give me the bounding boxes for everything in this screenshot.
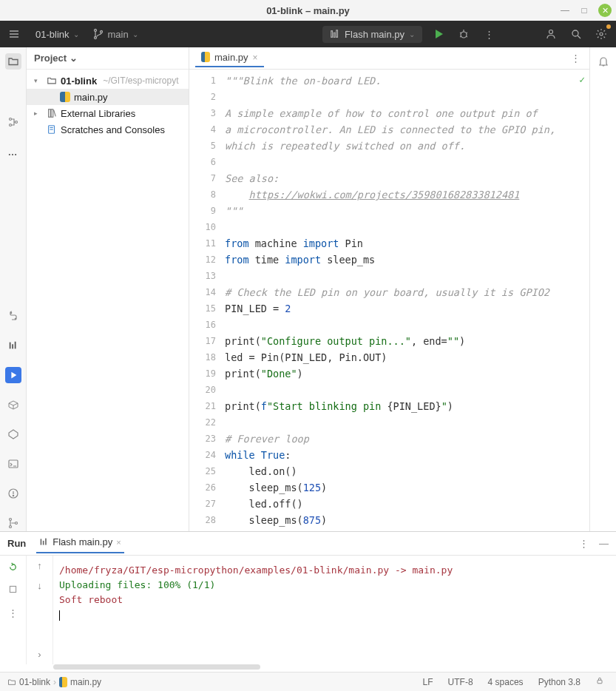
code-line[interactable]: 11from machine import Pin — [189, 235, 589, 252]
line-content[interactable]: from machine import Pin — [225, 235, 589, 252]
stop-icon[interactable] — [7, 582, 20, 596]
tree-file-item[interactable]: main.py — [27, 89, 189, 105]
run-button[interactable] — [430, 25, 447, 43]
line-content[interactable] — [225, 414, 589, 431]
inspection-ok-icon[interactable]: ✓ — [579, 74, 585, 85]
encoding-indicator[interactable]: UTF-8 — [444, 677, 478, 687]
expand-panel-icon[interactable]: › — [38, 649, 41, 660]
line-content[interactable]: sleep_ms(875) — [225, 512, 589, 528]
code-line[interactable]: 16 — [189, 317, 589, 333]
code-line[interactable]: 3A simple example of how to control one … — [189, 105, 589, 121]
line-content[interactable] — [225, 219, 589, 235]
line-content[interactable]: led.off() — [225, 496, 589, 512]
code-line[interactable]: 2 — [189, 89, 589, 105]
code-line[interactable]: 20 — [189, 382, 589, 398]
code-line[interactable]: 1"""Blink the on-board LED. — [189, 73, 589, 89]
line-content[interactable] — [225, 382, 589, 398]
settings-icon[interactable] — [592, 25, 610, 43]
run-more-dots-icon[interactable]: ⋮ — [5, 604, 21, 621]
line-ending-indicator[interactable]: LF — [419, 677, 438, 687]
code-line[interactable]: 17print("Configure output pin...", end="… — [189, 333, 589, 349]
code-line[interactable]: 19print("Done") — [189, 365, 589, 382]
line-content[interactable]: print("Configure output pin...", end="") — [225, 333, 589, 349]
project-selector[interactable]: 01-blink ⌄ — [30, 27, 85, 42]
code-editor[interactable]: ✓ 1"""Blink the on-board LED.23A simple … — [189, 70, 589, 531]
hamburger-menu-icon[interactable] — [6, 26, 22, 42]
readonly-lock-icon[interactable] — [591, 676, 609, 687]
code-line[interactable]: 15PIN_LED = 2 — [189, 300, 589, 317]
line-content[interactable]: See also: — [225, 170, 589, 186]
console-cursor[interactable] — [59, 607, 610, 622]
project-panel-header[interactable]: Project ⌄ — [27, 47, 189, 70]
line-content[interactable]: """ — [225, 203, 589, 219]
code-line[interactable]: 24while True: — [189, 447, 589, 463]
line-content[interactable]: print(f"Start blinking pin {PIN_LED}") — [225, 398, 589, 414]
notifications-icon[interactable] — [595, 53, 612, 70]
line-content[interactable] — [225, 89, 589, 105]
line-content[interactable]: while True: — [225, 447, 589, 463]
code-line[interactable]: 13 — [189, 268, 589, 284]
search-icon[interactable] — [567, 25, 585, 43]
line-content[interactable]: from time import sleep_ms — [225, 252, 589, 268]
scroll-down-icon[interactable]: ↓ — [37, 580, 42, 591]
expand-arrow-icon[interactable] — [34, 77, 43, 84]
line-content[interactable]: sleep_ms(125) — [225, 479, 589, 496]
indent-indicator[interactable]: 4 spaces — [484, 677, 528, 687]
line-content[interactable]: a microcontroller. An LED is connected t… — [225, 121, 589, 138]
code-line[interactable]: 8 https://wokwi.com/projects/35980168283… — [189, 186, 589, 203]
more-actions-icon[interactable]: ⋮ — [480, 25, 498, 43]
line-content[interactable]: A simple example of how to control one o… — [225, 105, 589, 121]
line-content[interactable]: """Blink the on-board LED. — [225, 73, 589, 89]
minimize-panel-icon[interactable]: — — [599, 538, 609, 549]
problems-icon[interactable] — [5, 485, 21, 502]
code-line[interactable]: 12from time import sleep_ms — [189, 252, 589, 268]
run-tool-icon[interactable] — [5, 367, 21, 383]
code-line[interactable]: 28 sleep_ms(875) — [189, 512, 589, 528]
more-tools-icon[interactable]: … — [5, 144, 21, 160]
code-line[interactable]: 23# Forever loop — [189, 431, 589, 447]
micropython-tool-icon[interactable] — [5, 337, 21, 354]
close-button[interactable]: ✕ — [598, 4, 612, 17]
run-configuration-selector[interactable]: Flash main.py ⌄ — [322, 26, 422, 43]
tab-more-icon[interactable]: ⋮ — [568, 50, 583, 67]
console-output[interactable]: /home/fryza/GIT/esp-micropython/examples… — [53, 556, 616, 664]
line-content[interactable] — [225, 268, 589, 284]
code-line[interactable]: 25 led.on() — [189, 463, 589, 479]
horizontal-scrollbar[interactable] — [53, 664, 260, 670]
run-more-icon[interactable]: ⋮ — [579, 538, 589, 549]
code-line[interactable]: 18led = Pin(PIN_LED, Pin.OUT) — [189, 349, 589, 365]
minimize-button[interactable]: — — [560, 5, 570, 16]
tree-root-item[interactable]: 01-blink ~/GIT/esp-micropyt — [27, 73, 189, 89]
line-content[interactable]: led.on() — [225, 463, 589, 479]
scroll-up-icon[interactable]: ↑ — [37, 560, 42, 571]
rerun-icon[interactable] — [7, 560, 20, 573]
code-line[interactable]: 22 — [189, 414, 589, 431]
services-icon[interactable] — [5, 426, 21, 442]
person-icon[interactable] — [542, 25, 560, 43]
python-console-icon[interactable] — [5, 308, 21, 324]
structure-tool-icon[interactable] — [5, 114, 21, 130]
line-content[interactable] — [225, 154, 589, 170]
git-branch-selector[interactable]: main ⌄ — [92, 28, 138, 40]
code-line[interactable]: 5which is repeatedly switched on and off… — [189, 138, 589, 154]
line-content[interactable]: led = Pin(PIN_LED, Pin.OUT) — [225, 349, 589, 365]
line-content[interactable]: # Check the LED pin on your board, usual… — [225, 284, 589, 300]
interpreter-indicator[interactable]: Python 3.8 — [534, 677, 585, 687]
code-line[interactable]: 14# Check the LED pin on your board, usu… — [189, 284, 589, 300]
vcs-icon[interactable] — [5, 515, 21, 531]
close-tab-icon[interactable]: × — [116, 538, 121, 547]
tree-external-libs-item[interactable]: External Libraries — [27, 105, 189, 121]
line-content[interactable]: # Forever loop — [225, 431, 589, 447]
code-line[interactable]: 9""" — [189, 203, 589, 219]
code-line[interactable]: 7See also: — [189, 170, 589, 186]
code-line[interactable]: 27 led.off() — [189, 496, 589, 512]
project-tool-icon[interactable] — [5, 53, 21, 70]
terminal-icon[interactable] — [5, 456, 21, 472]
expand-arrow-icon[interactable] — [34, 109, 43, 117]
code-line[interactable]: 4a microcontroller. An LED is connected … — [189, 121, 589, 138]
tree-scratches-item[interactable]: Scratches and Consoles — [27, 121, 189, 138]
line-content[interactable] — [225, 317, 589, 333]
debug-button[interactable] — [455, 25, 473, 43]
line-content[interactable]: which is repeatedly switched on and off. — [225, 138, 589, 154]
maximize-button[interactable]: □ — [579, 5, 589, 16]
